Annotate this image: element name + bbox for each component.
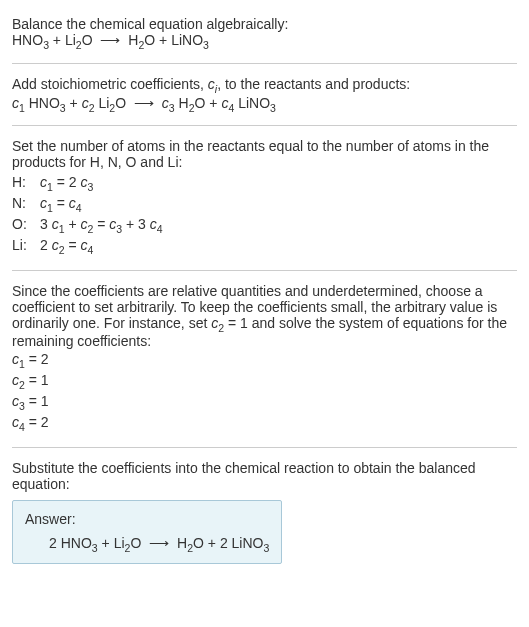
answer-box: Answer: 2 HNO3 + Li2O ⟶ H2O + 2 LiNO3	[12, 500, 282, 565]
coeff-c1: c1 = 2	[12, 351, 517, 370]
unbalanced-equation: HNO3 + Li2O ⟶ H2O + LiNO3	[12, 32, 517, 51]
stoich-equation: c1 HNO3 + c2 Li2O ⟶ c3 H2O + c4 LiNO3	[12, 95, 517, 114]
answer-label: Answer:	[25, 511, 269, 527]
intro-text: Balance the chemical equation algebraica…	[12, 16, 517, 32]
divider	[12, 63, 517, 64]
coeff-c2: c2 = 1	[12, 372, 517, 391]
divider	[12, 270, 517, 271]
stoich-section: Add stoichiometric coefficients, ci, to …	[12, 68, 517, 122]
atom-row-h: H: c1 = 2 c3	[12, 174, 517, 193]
stoich-intro: Add stoichiometric coefficients, ci, to …	[12, 76, 517, 95]
divider	[12, 447, 517, 448]
coeff-c4: c4 = 2	[12, 414, 517, 433]
choose-text: Since the coefficients are relative quan…	[12, 283, 517, 350]
arrow-icon: ⟶	[100, 32, 120, 48]
product-1: H2O	[128, 32, 155, 48]
product-2: LiNO3	[171, 32, 209, 48]
substitute-text: Substitute the coefficients into the che…	[12, 460, 517, 492]
atoms-intro: Set the number of atoms in the reactants…	[12, 138, 517, 170]
atom-row-o: O: 3 c1 + c2 = c3 + 3 c4	[12, 216, 517, 235]
reactant-2: Li2O	[65, 32, 93, 48]
divider	[12, 125, 517, 126]
coeff-c3: c3 = 1	[12, 393, 517, 412]
intro-section: Balance the chemical equation algebraica…	[12, 8, 517, 59]
reactant-1: HNO3	[12, 32, 49, 48]
atoms-section: Set the number of atoms in the reactants…	[12, 130, 517, 265]
choose-section: Since the coefficients are relative quan…	[12, 275, 517, 443]
substitute-section: Substitute the coefficients into the che…	[12, 452, 517, 573]
atom-equations: H: c1 = 2 c3 N: c1 = c4 O: 3 c1 + c2 = c…	[12, 174, 517, 255]
atom-row-li: Li: 2 c2 = c4	[12, 237, 517, 256]
balanced-equation: 2 HNO3 + Li2O ⟶ H2O + 2 LiNO3	[25, 535, 269, 554]
atom-row-n: N: c1 = c4	[12, 195, 517, 214]
